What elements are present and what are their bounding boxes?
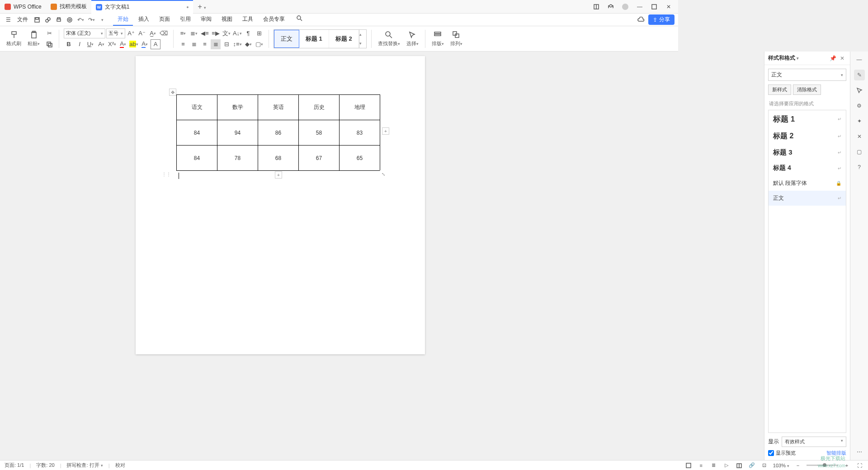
distribute-icon[interactable]: ⊟ — [222, 39, 231, 49]
doc-icon: W — [96, 4, 102, 10]
panel-icon[interactable] — [590, 2, 603, 12]
table-add-col-handle[interactable]: + — [382, 127, 389, 135]
table-drag-handle[interactable]: ⋮⋮ — [163, 170, 170, 178]
redo-icon[interactable]: ↷▾ — [87, 15, 96, 24]
table-cell: 86 — [258, 120, 299, 146]
arrange-button[interactable]: 排列▾ — [448, 30, 464, 47]
select-button[interactable]: 选择▾ — [405, 30, 420, 47]
save-icon[interactable] — [33, 15, 42, 24]
table-add-row-handle[interactable]: + — [275, 171, 282, 179]
fill-color-icon[interactable]: ◆▾ — [243, 39, 253, 49]
table-cell: 英语 — [258, 95, 299, 120]
italic-button[interactable]: I — [75, 39, 85, 49]
align-center-icon[interactable]: ≣ — [189, 39, 199, 49]
file-menu[interactable]: 文件 — [14, 16, 31, 24]
font-color-button[interactable]: A▾ — [118, 39, 128, 49]
copy-icon[interactable] — [44, 39, 54, 49]
table-resize-handle[interactable]: ⤡ — [380, 170, 387, 178]
svg-rect-28 — [455, 34, 459, 38]
document-canvas[interactable]: ✥ 语文 数学 英语 历史 地理 84 94 86 58 83 84 — [0, 52, 678, 367]
svg-rect-25 — [434, 32, 441, 33]
justify-icon[interactable]: ≣ — [211, 39, 221, 49]
shading-button[interactable]: A▾ — [140, 39, 150, 49]
table-cell: 84 — [177, 120, 217, 146]
bold-button[interactable]: B — [64, 39, 74, 49]
char-border-button[interactable]: A — [151, 39, 160, 49]
align-right-icon[interactable]: ≡ — [200, 39, 210, 49]
tab-wps[interactable]: WPS Office — [0, 0, 46, 14]
text-direction-icon[interactable]: 文▾ — [222, 28, 231, 38]
print-icon[interactable] — [54, 15, 63, 24]
close-button[interactable]: ✕ — [662, 2, 675, 12]
menu-tab-reference[interactable]: 引用 — [175, 14, 195, 26]
preview-icon[interactable] — [65, 15, 74, 24]
format-painter-button[interactable]: 格式刷 — [5, 30, 23, 47]
style-heading1[interactable]: 标题 1 — [299, 30, 329, 48]
bullet-list-icon[interactable]: ≡▾ — [178, 28, 188, 38]
strikethrough-button[interactable]: A▾ — [96, 39, 106, 49]
clear-format-icon[interactable]: ⌫ — [159, 28, 169, 38]
tab-document[interactable]: W 文字文稿1 • — [91, 0, 193, 14]
table-cell: 94 — [217, 120, 258, 146]
line-spacing-icon[interactable]: ↕≡▾ — [232, 39, 242, 49]
cloud-icon[interactable] — [637, 15, 646, 24]
decrease-font-icon[interactable]: A⁻ — [137, 28, 147, 38]
paste-button[interactable]: 粘贴▾ — [26, 30, 42, 47]
search-icon[interactable] — [295, 14, 304, 23]
sort-icon[interactable]: A↓▾ — [232, 28, 242, 38]
font-size-selector[interactable]: 五号▾ — [106, 28, 125, 38]
menu-icon[interactable]: ☰ — [4, 15, 13, 24]
tab-label: WPS Office — [14, 4, 42, 10]
minimize-button[interactable]: — — [633, 2, 646, 12]
menu-tab-view[interactable]: 视图 — [217, 14, 237, 26]
table-move-handle[interactable]: ✥ — [169, 89, 176, 96]
undo-icon[interactable]: ↶▾ — [76, 15, 85, 24]
svg-point-15 — [297, 16, 301, 19]
show-marks-icon[interactable]: ⊞ — [254, 28, 264, 38]
cut-icon[interactable]: ✂ — [44, 28, 54, 38]
menu-tab-tools[interactable]: 工具 — [238, 14, 258, 26]
workspace: ✥ 语文 数学 英语 历史 地理 84 94 86 58 83 84 — [0, 52, 678, 367]
change-case-icon[interactable]: A̲▾ — [148, 28, 158, 38]
font-selector[interactable]: 宋体 (正文)▾ — [64, 28, 105, 38]
maximize-button[interactable] — [647, 2, 661, 12]
superscript-button[interactable]: X²▾ — [107, 39, 117, 49]
highlight-button[interactable]: ab▾ — [129, 39, 139, 49]
share-button[interactable]: ⇪ 分享 — [648, 14, 675, 25]
increase-font-icon[interactable]: A⁺ — [126, 28, 136, 38]
cube-icon[interactable] — [604, 2, 618, 12]
menu-tab-member[interactable]: 会员专享 — [259, 14, 289, 26]
find-replace-button[interactable]: 查找替换▾ — [376, 30, 402, 47]
paste-icon — [29, 30, 38, 39]
menu-tab-review[interactable]: 审阅 — [196, 14, 216, 26]
cursor-icon — [408, 30, 417, 39]
menu-tab-start[interactable]: 开始 — [113, 14, 133, 26]
number-list-icon[interactable]: ≣▾ — [189, 28, 199, 38]
style-gallery[interactable]: 正文 标题 1 标题 2 ▴▾ — [274, 29, 367, 48]
table-cell: 78 — [217, 146, 258, 171]
tab-close-icon[interactable]: • — [186, 4, 189, 11]
underline-button[interactable]: U▾ — [85, 39, 95, 49]
paragraph-mark-icon[interactable]: ¶ — [243, 28, 253, 38]
layout-button[interactable]: 排版▾ — [430, 30, 446, 47]
search-icon — [384, 30, 393, 39]
document-table[interactable]: 语文 数学 英语 历史 地理 84 94 86 58 83 84 78 68 — [176, 94, 380, 171]
link-icon[interactable] — [43, 15, 52, 24]
layout-icon — [433, 30, 442, 39]
table-cell: 语文 — [177, 95, 217, 120]
border-icon[interactable]: ▢▾ — [254, 39, 264, 49]
align-left-icon[interactable]: ≡ — [178, 39, 188, 49]
avatar-icon[interactable] — [618, 2, 632, 12]
more-icon[interactable]: ▾ — [98, 15, 107, 24]
style-scroll[interactable]: ▴▾ — [359, 30, 366, 48]
decrease-indent-icon[interactable]: ◀≡ — [200, 28, 210, 38]
arrange-icon — [452, 30, 461, 39]
increase-indent-icon[interactable]: ≡▶ — [211, 28, 221, 38]
tab-add-button[interactable]: + ▾ — [193, 3, 211, 11]
menu-tab-page[interactable]: 页面 — [155, 14, 175, 26]
tab-templates[interactable]: 找稻壳模板 — [46, 0, 91, 14]
style-normal[interactable]: 正文 — [274, 30, 299, 48]
style-heading2[interactable]: 标题 2 — [329, 30, 359, 48]
svg-rect-6 — [652, 5, 656, 9]
menu-tab-insert[interactable]: 插入 — [134, 14, 154, 26]
